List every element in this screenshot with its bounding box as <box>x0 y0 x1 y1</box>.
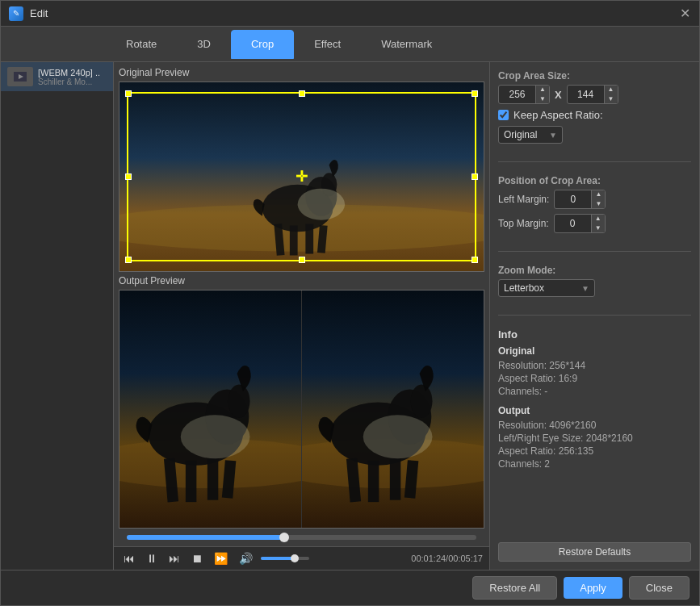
output-right <box>301 290 484 528</box>
stop-button[interactable]: ⏹ <box>188 550 206 566</box>
top-margin-down[interactable]: ▼ <box>592 224 605 233</box>
top-margin-spinner[interactable]: ▲ ▼ <box>554 214 606 233</box>
divider-3 <box>498 315 691 316</box>
restore-defaults-button[interactable]: Restore Defaults <box>498 542 691 562</box>
file-sub: Schiller & Mo... <box>38 77 107 86</box>
crop-size-row: ▲ ▼ X ▲ ▼ <box>498 85 691 104</box>
controls-bar: ⏮ ⏸ ⏭ ⏹ ⏩ 🔊 00:01:24/00:05:17 <box>114 546 489 570</box>
position-label: Position of Crop Area: <box>498 175 691 186</box>
left-margin-spinner[interactable]: ▲ ▼ <box>554 190 606 209</box>
output-preview-section: Output Preview <box>114 272 489 529</box>
original-preview-section: Original Preview <box>114 62 489 272</box>
zoom-mode-section: Zoom Mode: Letterbox ▼ <box>498 265 691 302</box>
top-margin-up[interactable]: ▲ <box>592 214 605 224</box>
crop-width-spinner[interactable]: ▲ ▼ <box>498 85 550 104</box>
title-bar-left: ✎ Edit <box>9 6 48 21</box>
app-icon: ✎ <box>9 6 23 21</box>
keep-aspect-label: Keep Aspect Ratio: <box>513 109 603 121</box>
file-list-panel: [WEBM 240p] .. Schiller & Mo... <box>1 62 114 570</box>
main-window: ✎ Edit ✕ Rotate 3D Crop Effect Watermark… <box>0 0 700 606</box>
position-section: Position of Crop Area: Left Margin: ▲ ▼ … <box>498 175 691 238</box>
crop-width-input[interactable] <box>499 87 535 102</box>
file-thumbnail <box>7 67 33 86</box>
crop-width-spin-btns: ▲ ▼ <box>535 85 549 104</box>
info-title: Info <box>498 328 691 341</box>
output-title: Output <box>498 405 691 416</box>
svg-rect-19 <box>207 458 218 499</box>
restore-all-button[interactable]: Restore All <box>472 576 557 600</box>
progress-bar[interactable] <box>127 535 476 540</box>
progress-container <box>114 529 489 546</box>
aspect-dropdown[interactable]: Original ▼ <box>498 126 563 144</box>
info-lr-eye-size: Left/Right Eye Size: 2048*2160 <box>498 433 691 444</box>
volume-thumb[interactable] <box>291 554 299 562</box>
svg-rect-8 <box>290 225 298 255</box>
zoom-dropdown-row: Letterbox ▼ <box>498 279 691 297</box>
crop-height-up[interactable]: ▲ <box>605 85 618 94</box>
skip-back-button[interactable]: ⏮ <box>120 550 138 566</box>
svg-rect-9 <box>305 224 313 254</box>
window-title: Edit <box>30 7 48 19</box>
crop-height-spinner[interactable]: ▲ ▼ <box>567 85 618 104</box>
info-channels: Channels: - <box>498 386 691 397</box>
close-button[interactable]: Close <box>629 576 690 600</box>
crop-height-spin-btns: ▲ ▼ <box>604 85 618 104</box>
svg-point-11 <box>298 189 346 220</box>
info-output-channels: Channels: 2 <box>498 458 691 470</box>
window-close-button[interactable]: ✕ <box>678 7 691 20</box>
crop-height-input[interactable] <box>568 87 604 102</box>
left-margin-down[interactable]: ▼ <box>592 199 605 209</box>
original-video-svg <box>119 82 484 271</box>
original-video-bg: ✛ <box>119 82 484 271</box>
play-pause-button[interactable]: ⏸ <box>143 550 161 566</box>
crop-area-size-section: Crop Area Size: ▲ ▼ X ▲ ▼ <box>498 70 691 148</box>
next-frame-button[interactable]: ⏩ <box>211 550 231 566</box>
file-item[interactable]: [WEBM 240p] .. Schiller & Mo... <box>1 62 113 91</box>
output-left-svg <box>119 290 301 528</box>
tab-3d[interactable]: 3D <box>177 30 231 59</box>
svg-rect-29 <box>390 458 400 499</box>
crop-width-up[interactable]: ▲ <box>536 85 549 94</box>
volume-icon[interactable]: 🔊 <box>236 550 256 566</box>
svg-point-16 <box>228 384 250 418</box>
file-name: [WEBM 240p] .. <box>38 68 107 77</box>
progress-fill <box>127 535 284 540</box>
zoom-mode-label: Zoom Mode: <box>498 265 691 276</box>
top-margin-input[interactable] <box>555 216 591 231</box>
restore-defaults-container: Restore Defaults <box>498 534 691 562</box>
original-preview-label: Original Preview <box>119 67 484 78</box>
top-margin-row: Top Margin: ▲ ▼ <box>498 214 691 233</box>
aspect-value: Original <box>504 129 537 140</box>
zoom-value: Letterbox <box>504 282 544 294</box>
svg-point-26 <box>411 384 433 418</box>
keep-aspect-checkbox[interactable] <box>498 110 509 120</box>
divider-1 <box>498 161 691 162</box>
output-split <box>119 290 484 528</box>
left-margin-label: Left Margin: <box>498 194 549 205</box>
crop-height-down[interactable]: ▼ <box>605 94 618 104</box>
main-content: [WEBM 240p] .. Schiller & Mo... Original… <box>1 62 699 570</box>
original-preview-container: ✛ <box>119 81 484 272</box>
svg-rect-28 <box>368 461 379 502</box>
skip-forward-button[interactable]: ⏭ <box>166 550 183 566</box>
left-margin-up[interactable]: ▲ <box>592 190 605 199</box>
original-title: Original <box>498 345 691 357</box>
tab-effect[interactable]: Effect <box>294 30 361 59</box>
left-margin-input[interactable] <box>555 192 591 207</box>
x-separator: X <box>555 89 562 101</box>
info-output-aspect: Aspect Ratio: 256:135 <box>498 445 691 457</box>
tab-watermark[interactable]: Watermark <box>361 30 452 59</box>
tab-rotate[interactable]: Rotate <box>106 30 177 59</box>
keep-aspect-row: Keep Aspect Ratio: <box>498 109 691 121</box>
crop-width-down[interactable]: ▼ <box>536 94 549 104</box>
left-margin-spin-btns: ▲ ▼ <box>591 190 605 209</box>
zoom-dropdown[interactable]: Letterbox ▼ <box>498 279 595 297</box>
tab-crop[interactable]: Crop <box>231 30 294 59</box>
crop-area-size-label: Crop Area Size: <box>498 70 691 81</box>
file-info: [WEBM 240p] .. Schiller & Mo... <box>38 68 107 86</box>
progress-thumb[interactable] <box>279 533 289 542</box>
volume-slider[interactable] <box>261 557 309 560</box>
svg-point-31 <box>363 415 433 458</box>
zoom-dropdown-arrow: ▼ <box>581 284 589 293</box>
apply-button[interactable]: Apply <box>564 577 622 599</box>
